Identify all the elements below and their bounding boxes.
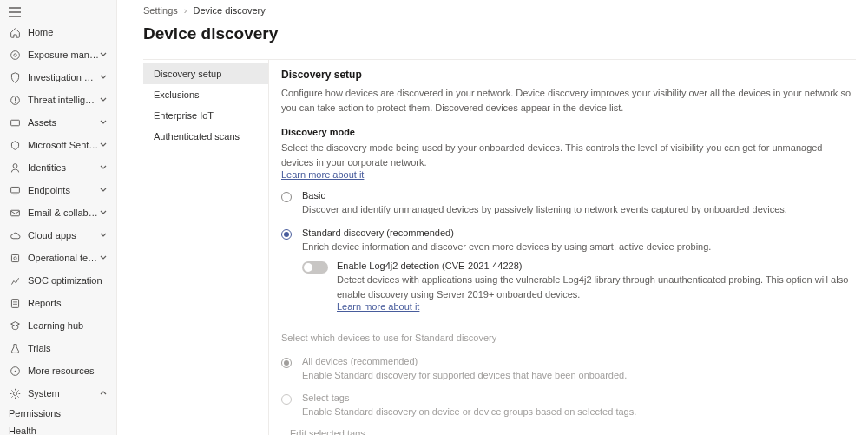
radio-basic-desc: Discover and identify unmanaged devices …: [302, 202, 852, 217]
sidebar-item-label: SOC optimization: [28, 275, 108, 286]
svg-rect-6: [10, 210, 19, 216]
detail-intro: Configure how devices are discovered in …: [281, 86, 852, 115]
radio-all-devices-desc: Enable Standard discovery for supported …: [302, 368, 852, 383]
pivot-enterprise-iot[interactable]: Enterprise IoT: [143, 105, 268, 126]
chevron-up-icon: [99, 389, 108, 398]
sidebar-item-endpoints[interactable]: Endpoints: [0, 179, 116, 201]
gear-icon: [9, 387, 21, 399]
sidebar-item-label: More resources: [28, 366, 108, 376]
chevron-down-icon: [99, 208, 108, 217]
radio-basic[interactable]: [281, 192, 292, 202]
ot-icon: [9, 252, 21, 264]
chevron-down-icon: [99, 118, 108, 127]
sidebar-item-label: Email & collaboration: [28, 208, 99, 218]
sentinel-icon: [9, 139, 21, 151]
svg-point-4: [13, 163, 17, 168]
sidebar-item-threat-intelligence[interactable]: Threat intelligence: [0, 89, 116, 111]
sidebar-item-cloud-apps[interactable]: Cloud apps: [0, 224, 116, 247]
detail-title: Discovery setup: [281, 69, 852, 81]
pivot-discovery-setup[interactable]: Discovery setup: [143, 63, 268, 84]
breadcrumb-parent[interactable]: Settings: [143, 5, 178, 16]
sidebar-item-label: Reports: [28, 298, 108, 308]
nav-toggle-button[interactable]: [0, 3, 116, 21]
breadcrumb-current: Device discovery: [194, 5, 266, 16]
pivot-exclusions[interactable]: Exclusions: [143, 84, 268, 105]
sidebar-item-label: Exposure management: [28, 49, 99, 60]
shield-icon: [9, 71, 21, 83]
sidebar-item-label: Microsoft Sentinel: [28, 140, 99, 150]
svg-point-1: [13, 53, 16, 56]
mail-icon: [9, 207, 21, 219]
radio-standard-desc: Enrich device information and discover e…: [302, 240, 852, 254]
breadcrumb: Settings › Device discovery: [143, 5, 856, 16]
toggle-log4j-label: Enable Log4j2 detection (CVE-2021-44228): [337, 260, 852, 271]
sidebar-item-home[interactable]: Home: [0, 21, 116, 43]
threat-icon: [9, 94, 21, 106]
sidebar-item-soc-optimization[interactable]: SOC optimization: [0, 269, 116, 292]
discovery-mode-description: Select the discovery mode being used by …: [281, 141, 852, 169]
identities-icon: [9, 161, 21, 174]
sidebar-item-operational-technology[interactable]: Operational technology: [0, 247, 116, 269]
chevron-down-icon: [99, 186, 108, 194]
sidebar-item-trials[interactable]: Trials: [0, 337, 116, 359]
radio-select-tags[interactable]: [281, 394, 292, 405]
trials-icon: [9, 342, 21, 354]
svg-point-0: [10, 50, 19, 59]
home-icon: [9, 26, 21, 38]
sidebar-item-identities[interactable]: Identities: [0, 156, 116, 179]
svg-rect-3: [10, 120, 19, 126]
sidebar-item-health[interactable]: Health: [0, 422, 116, 435]
sidebar-item-microsoft-sentinel[interactable]: Microsoft Sentinel: [0, 134, 116, 156]
page-title: Device discovery: [143, 24, 856, 43]
chevron-down-icon: [99, 254, 108, 262]
sidebar-item-label: Home: [28, 27, 108, 37]
radio-select-tags-desc: Enable Standard discovery on device or d…: [302, 405, 852, 419]
device-selector-heading: Select which devices to use for Standard…: [281, 331, 852, 346]
learn-more-link[interactable]: Learn more about it: [281, 169, 364, 180]
sidebar-item-investigation-response[interactable]: Investigation & response: [0, 66, 116, 89]
sidebar-item-label: Trials: [28, 343, 108, 353]
pivot-authenticated-scans[interactable]: Authenticated scans: [143, 126, 268, 147]
sidebar-item-system[interactable]: System: [0, 382, 116, 405]
sidebar-item-reports[interactable]: Reports: [0, 292, 116, 314]
sidebar-item-label: Operational technology: [28, 253, 99, 263]
toggle-log4j-desc: Detect devices with applications using t…: [337, 273, 852, 301]
main-content: Settings › Device discovery Device disco…: [117, 0, 868, 435]
sidebar-item-label: Learning hub: [28, 320, 108, 331]
chevron-down-icon: [99, 141, 108, 149]
svg-point-11: [14, 370, 16, 372]
radio-standard[interactable]: [281, 229, 292, 240]
sidebar-item-label: Assets: [28, 117, 99, 128]
sidebar-item-permissions[interactable]: Permissions: [0, 405, 116, 422]
chevron-down-icon: [99, 163, 108, 172]
toggle-log4j[interactable]: [302, 261, 328, 274]
sidebar-item-label: Threat intelligence: [28, 95, 99, 105]
learn-more-log4j-link[interactable]: Learn more about it: [337, 301, 419, 312]
sidebar-item-exposure-management[interactable]: Exposure management: [0, 43, 116, 66]
resources-icon: [9, 365, 21, 377]
sidebar-item-label: System: [28, 388, 99, 399]
edit-selected-tags-link[interactable]: Edit selected tags: [290, 428, 365, 436]
chevron-down-icon: [99, 73, 108, 82]
chevron-down-icon: [99, 96, 108, 104]
svg-rect-7: [11, 254, 18, 261]
sidebar-item-label: Cloud apps: [28, 230, 99, 241]
svg-rect-9: [11, 299, 18, 307]
radio-all-devices[interactable]: [281, 358, 292, 368]
radio-all-devices-label: All devices (recommended): [302, 356, 852, 366]
radio-basic-label: Basic: [302, 190, 852, 201]
svg-point-12: [13, 392, 16, 395]
sidebar: Home Exposure management Investigation &…: [0, 0, 117, 435]
chevron-down-icon: [99, 50, 108, 59]
svg-rect-5: [10, 187, 19, 193]
sidebar-item-email-collaboration[interactable]: Email & collaboration: [0, 201, 116, 224]
chevron-down-icon: [99, 231, 108, 240]
hamburger-icon: [9, 7, 21, 17]
assets-icon: [9, 116, 21, 129]
sidebar-item-label: Endpoints: [28, 185, 99, 195]
sidebar-item-more-resources[interactable]: More resources: [0, 359, 116, 382]
exposure-icon: [9, 49, 21, 61]
sidebar-item-learning-hub[interactable]: Learning hub: [0, 314, 116, 337]
discovery-mode-heading: Discovery mode: [281, 127, 852, 137]
sidebar-item-assets[interactable]: Assets: [0, 111, 116, 134]
